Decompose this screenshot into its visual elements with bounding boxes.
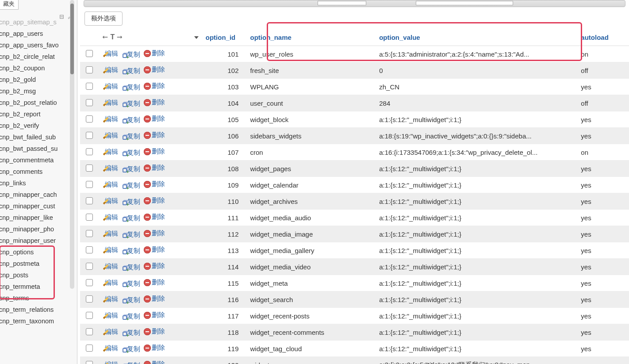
sidebar-table-item[interactable]: cnp_bwt_passed_su [0,143,75,154]
col-sort[interactable]: T [99,29,202,46]
edit-button[interactable]: 编辑 [102,180,118,189]
sidebar-table-item[interactable]: cnp_minapper_cach [0,189,75,200]
copy-button[interactable]: 复制 [122,100,140,108]
row-checkbox[interactable] [86,83,93,90]
row-checkbox[interactable] [86,230,93,237]
copy-button[interactable]: 复制 [122,345,140,353]
sidebar-table-item[interactable]: cnp_b2_report [0,108,75,120]
copy-button[interactable]: 复制 [122,361,140,364]
copy-button[interactable]: 复制 [122,50,140,59]
sidebar-table-item[interactable]: cnp_b2_gold [0,74,75,85]
sidebar-table-item[interactable]: cnp_term_taxonom [0,315,75,327]
row-checkbox[interactable] [86,246,93,253]
row-checkbox[interactable] [86,279,93,286]
copy-button[interactable]: 复制 [122,149,140,157]
delete-button[interactable]: 删除 [144,245,165,254]
copy-button[interactable]: 复制 [122,312,140,321]
delete-button[interactable]: 删除 [144,49,165,57]
sidebar-scrollbar[interactable] [70,0,74,289]
row-checkbox[interactable] [86,50,93,57]
sidebar-table-item[interactable]: cnp_minapper_pho [0,223,75,235]
delete-button[interactable]: 删除 [144,295,165,303]
edit-button[interactable]: 编辑 [102,213,118,222]
delete-button[interactable]: 删除 [144,115,165,123]
sidebar-table-item[interactable]: cnp_b2_verify [0,120,75,131]
sidebar-table-item[interactable]: cnp_options [0,246,75,258]
topbar-input-2[interactable] [416,1,513,5]
sidebar-table-item[interactable]: cnp_app_users_favo [0,39,75,51]
row-checkbox[interactable] [86,132,93,139]
row-checkbox[interactable] [86,345,93,352]
delete-button[interactable]: 删除 [144,131,165,139]
edit-button[interactable]: 编辑 [102,50,118,58]
delete-button[interactable]: 删除 [144,82,165,90]
delete-button[interactable]: 删除 [144,360,165,364]
row-checkbox[interactable] [86,361,93,364]
sidebar-table-item[interactable]: cnp_minapper_like [0,212,75,223]
row-checkbox[interactable] [86,295,93,303]
copy-button[interactable]: 复制 [122,247,140,255]
row-checkbox[interactable] [86,66,93,73]
chevron-down-icon[interactable] [194,36,199,39]
sidebar-table-item[interactable]: cnp_postmeta [0,258,75,269]
extra-options-button[interactable]: 额外选项 [84,11,123,26]
sidebar-table-item[interactable]: cnp_b2_coupon [0,62,75,74]
sidebar-table-item[interactable]: cnp_app_sitemap_s [0,16,75,28]
sidebar-table-item[interactable]: cnp_links [0,177,75,189]
sidebar-table-item[interactable]: cnp_commentmeta [0,154,75,166]
copy-button[interactable]: 复制 [122,83,140,92]
delete-button[interactable]: 删除 [144,311,165,319]
row-checkbox[interactable] [86,148,93,155]
delete-button[interactable]: 删除 [144,98,165,107]
copy-button[interactable]: 复制 [122,230,140,239]
col-autoload[interactable]: autoload [577,29,629,46]
delete-button[interactable]: 删除 [144,164,165,172]
row-checkbox[interactable] [86,181,93,188]
sidebar-table-item[interactable]: cnp_terms [0,292,75,304]
scrollbar-thumb[interactable] [70,4,74,74]
copy-button[interactable]: 复制 [122,67,140,75]
copy-button[interactable]: 复制 [122,280,140,288]
edit-button[interactable]: 编辑 [102,197,118,205]
edit-button[interactable]: 编辑 [102,344,118,353]
delete-button[interactable]: 删除 [144,327,165,336]
sidebar-table-item[interactable]: cnp_b2_msg [0,85,75,97]
delete-button[interactable]: 删除 [144,213,165,221]
sidebar-table-item[interactable]: cnp_comments [0,166,75,177]
row-checkbox[interactable] [86,165,93,172]
row-checkbox[interactable] [86,197,93,204]
edit-button[interactable]: 编辑 [102,246,118,254]
topbar-input-1[interactable] [318,1,366,5]
edit-button[interactable]: 编辑 [102,99,118,107]
edit-button[interactable]: 编辑 [102,295,118,303]
delete-button[interactable]: 删除 [144,344,165,352]
edit-button[interactable]: 编辑 [102,262,118,271]
copy-button[interactable]: 复制 [122,296,140,304]
sidebar-table-item[interactable]: cnp_minapper_cust [0,200,75,212]
edit-button[interactable]: 编辑 [102,328,118,336]
row-checkbox[interactable] [86,99,93,106]
delete-button[interactable]: 删除 [144,180,165,188]
edit-button[interactable]: 编辑 [102,279,118,287]
copy-button[interactable]: 复制 [122,214,140,222]
edit-button[interactable]: 编辑 [102,311,118,320]
edit-button[interactable]: 编辑 [102,164,118,172]
edit-button[interactable]: 编辑 [102,230,118,238]
sidebar-table-item[interactable]: cnp_minapper_user [0,235,75,246]
edit-button[interactable]: 编辑 [102,66,118,74]
copy-button[interactable]: 复制 [122,198,140,206]
copy-button[interactable]: 复制 [122,181,140,190]
sidebar-table-item[interactable]: cnp_b2_post_relatio [0,97,75,108]
row-checkbox[interactable] [86,214,93,221]
edit-button[interactable]: 编辑 [102,82,118,91]
row-checkbox[interactable] [86,328,93,335]
sidebar-table-item[interactable]: cnp_term_relations [0,304,75,315]
edit-button[interactable]: 编辑 [102,148,118,156]
delete-button[interactable]: 删除 [144,262,165,270]
edit-button[interactable]: 编辑 [102,115,118,123]
copy-button[interactable]: 复制 [122,132,140,141]
edit-button[interactable]: 编辑 [102,131,118,140]
copy-button[interactable]: 复制 [122,165,140,173]
col-option-value[interactable]: option_value [376,29,577,46]
row-checkbox[interactable] [86,263,93,270]
